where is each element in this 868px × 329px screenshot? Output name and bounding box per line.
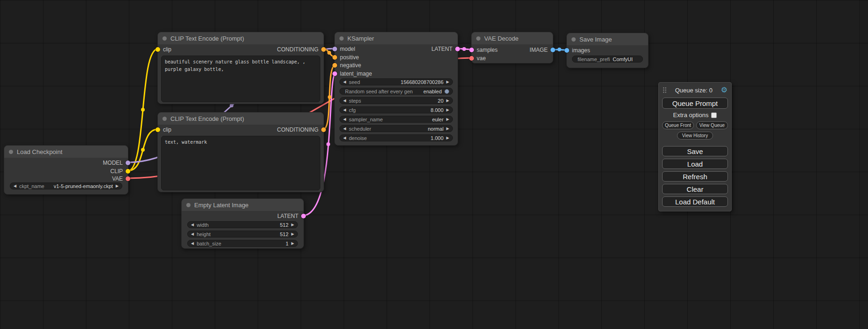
node-title-bar[interactable]: VAE Decode <box>472 32 553 44</box>
output-slot-image[interactable]: IMAGE <box>529 46 555 54</box>
increment-icon[interactable]: ▶ <box>291 232 294 236</box>
increment-icon[interactable]: ▶ <box>446 136 449 140</box>
decrement-icon[interactable]: ◀ <box>343 127 346 131</box>
increment-icon[interactable]: ▶ <box>446 118 449 121</box>
save-button[interactable]: Save <box>662 146 728 156</box>
widget-steps[interactable]: ◀ steps 20 ▶ <box>339 97 453 104</box>
decrement-icon[interactable]: ◀ <box>191 232 194 236</box>
node-vae-decode[interactable]: VAE Decode samples vae IMAGE <box>471 32 553 63</box>
model-slot-dot[interactable] <box>332 47 337 51</box>
increment-icon[interactable]: ▶ <box>291 223 294 227</box>
extra-options-checkbox[interactable] <box>711 112 717 118</box>
node-ksampler[interactable]: KSampler model positive negative latent_… <box>334 32 458 146</box>
node-title-bar[interactable]: CLIP Text Encode (Prompt) <box>158 32 324 44</box>
conditioning-slot-dot[interactable] <box>321 127 326 132</box>
conditioning-slot-dot[interactable] <box>332 55 337 60</box>
node-collapse-dot[interactable] <box>476 36 480 41</box>
gear-icon[interactable]: ⚙ <box>721 86 727 94</box>
decrement-icon[interactable]: ◀ <box>343 118 346 121</box>
refresh-button[interactable]: Refresh <box>662 171 728 182</box>
decrement-icon[interactable]: ◀ <box>343 99 346 103</box>
input-slot-latent-image[interactable]: latent_image <box>332 70 372 77</box>
input-slot-samples[interactable]: samples <box>469 46 498 54</box>
clip-slot-dot[interactable] <box>126 169 130 174</box>
view-queue-button[interactable]: View Queue <box>696 121 728 129</box>
clear-button[interactable]: Clear <box>662 184 728 194</box>
output-slot-clip[interactable]: CLIP <box>110 168 130 175</box>
increment-icon[interactable]: ▶ <box>446 108 449 112</box>
node-title-bar[interactable]: CLIP Text Encode (Prompt) <box>158 112 324 125</box>
node-collapse-dot[interactable] <box>572 37 576 42</box>
clip-slot-dot[interactable] <box>155 47 160 52</box>
widget-sampler-name[interactable]: ◀ sampler_name euler ▶ <box>339 116 453 123</box>
conditioning-slot-dot[interactable] <box>332 63 337 68</box>
latent-slot-dot[interactable] <box>455 47 460 51</box>
node-save-image[interactable]: Save Image images filename_prefix ComfyU… <box>566 33 649 68</box>
widget-denoise[interactable]: ◀ denoise 1.000 ▶ <box>339 134 453 141</box>
widget-seed[interactable]: ◀ seed 156680208700286 ▶ <box>339 78 453 85</box>
conditioning-slot-dot[interactable] <box>321 47 326 52</box>
increment-icon[interactable]: ▶ <box>116 184 119 188</box>
node-clip-text-encode-positive[interactable]: CLIP Text Encode (Prompt) clip CONDITION… <box>157 32 324 104</box>
node-title-bar[interactable]: Save Image <box>567 33 648 45</box>
image-slot-dot[interactable] <box>565 48 569 53</box>
widget-batch-size[interactable]: ◀ batch_size 1 ▶ <box>187 240 298 247</box>
increment-icon[interactable]: ▶ <box>291 242 294 245</box>
decrement-icon[interactable]: ◀ <box>14 184 16 188</box>
output-slot-vae[interactable]: VAE <box>112 175 130 182</box>
queue-front-button[interactable]: Queue Front <box>662 121 694 129</box>
output-slot-model[interactable]: MODEL <box>103 159 130 167</box>
node-title-bar[interactable]: Empty Latent Image <box>182 199 303 211</box>
decrement-icon[interactable]: ◀ <box>343 108 346 112</box>
input-slot-clip[interactable]: clip <box>155 126 171 133</box>
node-title-bar[interactable]: KSampler <box>335 32 458 44</box>
output-slot-conditioning[interactable]: CONDITIONING <box>277 46 326 53</box>
widget-random-seed-toggle[interactable]: Random seed after every gen enabled <box>339 88 453 95</box>
widget-width[interactable]: ◀ width 512 ▶ <box>187 221 298 228</box>
input-slot-model[interactable]: model <box>332 45 355 53</box>
widget-ckpt-name[interactable]: ◀ ckpt_name v1-5-pruned-emaonly.ckpt ▶ <box>10 182 122 189</box>
widget-cfg[interactable]: ◀ cfg 8.000 ▶ <box>339 106 453 113</box>
drag-handle-icon[interactable] <box>663 87 667 93</box>
vae-slot-dot[interactable] <box>469 56 474 61</box>
node-graph-canvas[interactable]: Load Checkpoint MODEL CLIP VAE ◀ ckpt_na… <box>0 0 868 329</box>
node-load-checkpoint[interactable]: Load Checkpoint MODEL CLIP VAE ◀ ckpt_na… <box>4 145 128 195</box>
latent-slot-dot[interactable] <box>469 48 474 52</box>
load-button[interactable]: Load <box>662 159 728 169</box>
decrement-icon[interactable]: ◀ <box>343 136 346 140</box>
vae-slot-dot[interactable] <box>126 176 130 181</box>
increment-icon[interactable]: ▶ <box>446 99 449 103</box>
widget-height[interactable]: ◀ height 512 ▶ <box>187 231 298 238</box>
output-slot-conditioning[interactable]: CONDITIONING <box>277 126 326 133</box>
input-slot-clip[interactable]: clip <box>155 46 171 53</box>
node-empty-latent-image[interactable]: Empty Latent Image LATENT ◀ width 512 ▶ … <box>181 198 304 249</box>
view-history-button[interactable]: View History <box>677 132 713 140</box>
decrement-icon[interactable]: ◀ <box>343 80 346 84</box>
node-collapse-dot[interactable] <box>162 36 167 41</box>
widget-filename-prefix[interactable]: filename_prefix ComfyUI <box>572 56 643 63</box>
toggle-knob[interactable] <box>445 89 449 94</box>
prompt-textarea[interactable]: text, watermark <box>161 136 320 190</box>
latent-slot-dot[interactable] <box>332 71 337 76</box>
input-slot-vae[interactable]: vae <box>469 55 486 62</box>
increment-icon[interactable]: ▶ <box>446 127 449 131</box>
decrement-icon[interactable]: ◀ <box>191 242 194 245</box>
output-slot-latent[interactable]: LATENT <box>277 212 306 220</box>
output-slot-latent[interactable]: LATENT <box>431 45 460 53</box>
input-slot-images[interactable]: images <box>565 47 590 54</box>
node-collapse-dot[interactable] <box>162 117 167 121</box>
prompt-textarea[interactable]: beautiful scenery nature glass bottle la… <box>161 56 320 102</box>
input-slot-negative[interactable]: negative <box>332 62 361 69</box>
node-collapse-dot[interactable] <box>339 36 344 41</box>
node-collapse-dot[interactable] <box>9 150 13 154</box>
widget-scheduler[interactable]: ◀ scheduler normal ▶ <box>339 125 453 132</box>
latent-slot-dot[interactable] <box>301 214 306 218</box>
queue-prompt-button[interactable]: Queue Prompt <box>662 98 728 109</box>
load-default-button[interactable]: Load Default <box>662 196 728 207</box>
node-title-bar[interactable]: Load Checkpoint <box>4 146 128 158</box>
node-clip-text-encode-negative[interactable]: CLIP Text Encode (Prompt) clip CONDITION… <box>157 112 324 192</box>
model-slot-dot[interactable] <box>126 161 130 165</box>
clip-slot-dot[interactable] <box>155 127 160 132</box>
node-collapse-dot[interactable] <box>186 203 191 207</box>
decrement-icon[interactable]: ◀ <box>191 223 194 227</box>
